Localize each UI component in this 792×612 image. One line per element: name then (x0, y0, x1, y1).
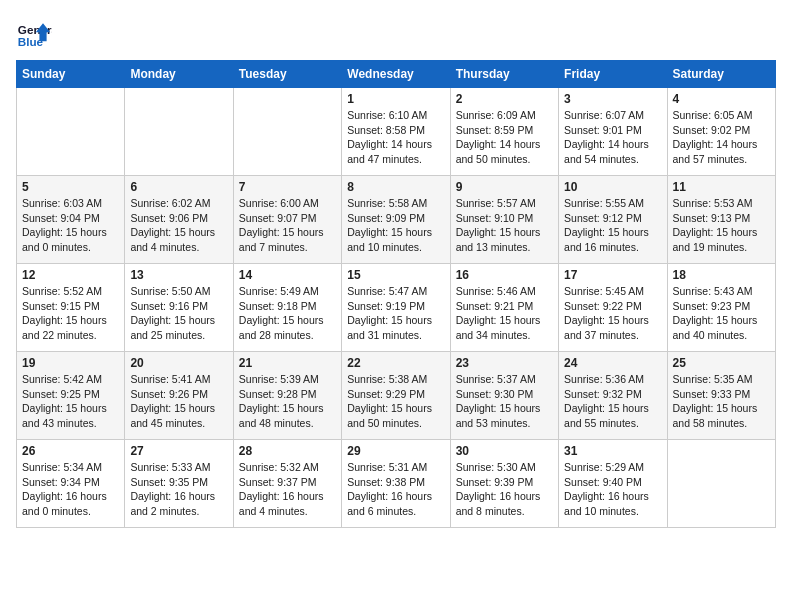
day-info: Sunrise: 6:10 AMSunset: 8:58 PMDaylight:… (347, 108, 444, 167)
day-info: Sunrise: 5:45 AMSunset: 9:22 PMDaylight:… (564, 284, 661, 343)
weekday-header-tuesday: Tuesday (233, 61, 341, 88)
day-cell: 25Sunrise: 5:35 AMSunset: 9:33 PMDayligh… (667, 352, 775, 440)
day-cell: 2Sunrise: 6:09 AMSunset: 8:59 PMDaylight… (450, 88, 558, 176)
day-cell: 21Sunrise: 5:39 AMSunset: 9:28 PMDayligh… (233, 352, 341, 440)
day-info: Sunrise: 5:39 AMSunset: 9:28 PMDaylight:… (239, 372, 336, 431)
day-cell: 19Sunrise: 5:42 AMSunset: 9:25 PMDayligh… (17, 352, 125, 440)
day-number: 22 (347, 356, 444, 370)
day-info: Sunrise: 5:36 AMSunset: 9:32 PMDaylight:… (564, 372, 661, 431)
day-cell: 31Sunrise: 5:29 AMSunset: 9:40 PMDayligh… (559, 440, 667, 528)
day-number: 7 (239, 180, 336, 194)
week-row-3: 12Sunrise: 5:52 AMSunset: 9:15 PMDayligh… (17, 264, 776, 352)
day-info: Sunrise: 5:42 AMSunset: 9:25 PMDaylight:… (22, 372, 119, 431)
day-number: 12 (22, 268, 119, 282)
day-number: 20 (130, 356, 227, 370)
week-row-4: 19Sunrise: 5:42 AMSunset: 9:25 PMDayligh… (17, 352, 776, 440)
logo-icon: General Blue (16, 16, 52, 52)
day-info: Sunrise: 5:58 AMSunset: 9:09 PMDaylight:… (347, 196, 444, 255)
calendar-table: SundayMondayTuesdayWednesdayThursdayFrid… (16, 60, 776, 528)
day-number: 30 (456, 444, 553, 458)
weekday-header-row: SundayMondayTuesdayWednesdayThursdayFrid… (17, 61, 776, 88)
day-info: Sunrise: 5:52 AMSunset: 9:15 PMDaylight:… (22, 284, 119, 343)
day-info: Sunrise: 5:46 AMSunset: 9:21 PMDaylight:… (456, 284, 553, 343)
day-cell: 16Sunrise: 5:46 AMSunset: 9:21 PMDayligh… (450, 264, 558, 352)
day-number: 11 (673, 180, 770, 194)
day-number: 5 (22, 180, 119, 194)
weekday-header-thursday: Thursday (450, 61, 558, 88)
day-cell: 8Sunrise: 5:58 AMSunset: 9:09 PMDaylight… (342, 176, 450, 264)
day-cell: 7Sunrise: 6:00 AMSunset: 9:07 PMDaylight… (233, 176, 341, 264)
day-cell: 6Sunrise: 6:02 AMSunset: 9:06 PMDaylight… (125, 176, 233, 264)
logo: General Blue (16, 16, 52, 52)
weekday-header-monday: Monday (125, 61, 233, 88)
day-cell: 29Sunrise: 5:31 AMSunset: 9:38 PMDayligh… (342, 440, 450, 528)
day-cell (233, 88, 341, 176)
day-number: 9 (456, 180, 553, 194)
day-cell: 17Sunrise: 5:45 AMSunset: 9:22 PMDayligh… (559, 264, 667, 352)
day-cell (125, 88, 233, 176)
day-cell: 12Sunrise: 5:52 AMSunset: 9:15 PMDayligh… (17, 264, 125, 352)
day-info: Sunrise: 5:53 AMSunset: 9:13 PMDaylight:… (673, 196, 770, 255)
day-info: Sunrise: 5:49 AMSunset: 9:18 PMDaylight:… (239, 284, 336, 343)
day-number: 24 (564, 356, 661, 370)
day-cell: 9Sunrise: 5:57 AMSunset: 9:10 PMDaylight… (450, 176, 558, 264)
day-info: Sunrise: 5:35 AMSunset: 9:33 PMDaylight:… (673, 372, 770, 431)
day-number: 27 (130, 444, 227, 458)
weekday-header-friday: Friday (559, 61, 667, 88)
day-cell: 22Sunrise: 5:38 AMSunset: 9:29 PMDayligh… (342, 352, 450, 440)
day-cell: 28Sunrise: 5:32 AMSunset: 9:37 PMDayligh… (233, 440, 341, 528)
day-number: 8 (347, 180, 444, 194)
day-cell: 14Sunrise: 5:49 AMSunset: 9:18 PMDayligh… (233, 264, 341, 352)
day-info: Sunrise: 5:31 AMSunset: 9:38 PMDaylight:… (347, 460, 444, 519)
week-row-1: 1Sunrise: 6:10 AMSunset: 8:58 PMDaylight… (17, 88, 776, 176)
day-cell (667, 440, 775, 528)
day-cell: 3Sunrise: 6:07 AMSunset: 9:01 PMDaylight… (559, 88, 667, 176)
day-number: 19 (22, 356, 119, 370)
day-info: Sunrise: 5:38 AMSunset: 9:29 PMDaylight:… (347, 372, 444, 431)
day-cell: 18Sunrise: 5:43 AMSunset: 9:23 PMDayligh… (667, 264, 775, 352)
page-header: General Blue (16, 16, 776, 52)
week-row-5: 26Sunrise: 5:34 AMSunset: 9:34 PMDayligh… (17, 440, 776, 528)
weekday-header-sunday: Sunday (17, 61, 125, 88)
day-info: Sunrise: 5:47 AMSunset: 9:19 PMDaylight:… (347, 284, 444, 343)
day-info: Sunrise: 6:05 AMSunset: 9:02 PMDaylight:… (673, 108, 770, 167)
day-number: 29 (347, 444, 444, 458)
day-cell: 15Sunrise: 5:47 AMSunset: 9:19 PMDayligh… (342, 264, 450, 352)
day-number: 15 (347, 268, 444, 282)
day-cell: 23Sunrise: 5:37 AMSunset: 9:30 PMDayligh… (450, 352, 558, 440)
day-number: 1 (347, 92, 444, 106)
day-number: 25 (673, 356, 770, 370)
day-number: 13 (130, 268, 227, 282)
day-number: 17 (564, 268, 661, 282)
week-row-2: 5Sunrise: 6:03 AMSunset: 9:04 PMDaylight… (17, 176, 776, 264)
day-number: 26 (22, 444, 119, 458)
day-cell: 1Sunrise: 6:10 AMSunset: 8:58 PMDaylight… (342, 88, 450, 176)
day-cell: 24Sunrise: 5:36 AMSunset: 9:32 PMDayligh… (559, 352, 667, 440)
day-number: 16 (456, 268, 553, 282)
day-number: 4 (673, 92, 770, 106)
day-cell: 5Sunrise: 6:03 AMSunset: 9:04 PMDaylight… (17, 176, 125, 264)
weekday-header-saturday: Saturday (667, 61, 775, 88)
day-info: Sunrise: 5:30 AMSunset: 9:39 PMDaylight:… (456, 460, 553, 519)
day-number: 18 (673, 268, 770, 282)
day-cell: 11Sunrise: 5:53 AMSunset: 9:13 PMDayligh… (667, 176, 775, 264)
weekday-header-wednesday: Wednesday (342, 61, 450, 88)
day-cell (17, 88, 125, 176)
day-info: Sunrise: 5:41 AMSunset: 9:26 PMDaylight:… (130, 372, 227, 431)
day-info: Sunrise: 6:09 AMSunset: 8:59 PMDaylight:… (456, 108, 553, 167)
day-number: 14 (239, 268, 336, 282)
day-number: 28 (239, 444, 336, 458)
day-cell: 10Sunrise: 5:55 AMSunset: 9:12 PMDayligh… (559, 176, 667, 264)
day-info: Sunrise: 6:02 AMSunset: 9:06 PMDaylight:… (130, 196, 227, 255)
day-info: Sunrise: 5:34 AMSunset: 9:34 PMDaylight:… (22, 460, 119, 519)
day-info: Sunrise: 5:43 AMSunset: 9:23 PMDaylight:… (673, 284, 770, 343)
day-info: Sunrise: 5:50 AMSunset: 9:16 PMDaylight:… (130, 284, 227, 343)
day-info: Sunrise: 6:00 AMSunset: 9:07 PMDaylight:… (239, 196, 336, 255)
day-number: 2 (456, 92, 553, 106)
day-number: 21 (239, 356, 336, 370)
day-cell: 27Sunrise: 5:33 AMSunset: 9:35 PMDayligh… (125, 440, 233, 528)
day-number: 6 (130, 180, 227, 194)
day-cell: 30Sunrise: 5:30 AMSunset: 9:39 PMDayligh… (450, 440, 558, 528)
day-info: Sunrise: 5:33 AMSunset: 9:35 PMDaylight:… (130, 460, 227, 519)
day-cell: 13Sunrise: 5:50 AMSunset: 9:16 PMDayligh… (125, 264, 233, 352)
